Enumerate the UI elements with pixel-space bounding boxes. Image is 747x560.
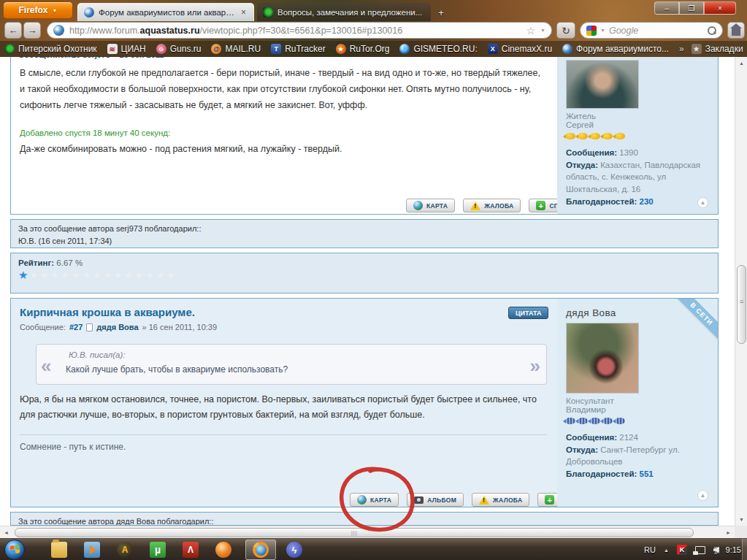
star-empty-icon[interactable]: ★ <box>166 269 176 281</box>
bookmark-guns-ru[interactable]: Guns.ru <box>156 44 202 54</box>
bookmark-cian[interactable]: ЦИАН <box>107 44 146 54</box>
scroll-up-icon[interactable]: ▲ <box>735 57 747 69</box>
back-to-top-icon[interactable]: ▲ <box>697 197 708 208</box>
home-icon <box>732 28 740 36</box>
firefox-taskbar-button-active[interactable] <box>245 540 276 560</box>
rating-box: Рейтинг: 6.67 % ★★★★★★★★★★★★★★★ <box>10 253 719 294</box>
star-empty-icon[interactable]: ★ <box>28 269 39 281</box>
reload-button[interactable]: ↻ <box>556 22 575 39</box>
star-empty-icon[interactable]: ★ <box>39 269 50 281</box>
close-button[interactable]: × <box>704 1 736 15</box>
network-tray-icon[interactable] <box>695 546 705 554</box>
scroll-down-icon[interactable]: ▼ <box>735 513 747 526</box>
thanks-count[interactable]: 551 <box>640 469 654 478</box>
star-empty-icon[interactable]: ★ <box>134 269 145 281</box>
show-hidden-icons[interactable]: ▲ <box>664 548 669 553</box>
media-player-taskbar-icon[interactable] <box>84 542 100 558</box>
explorer-taskbar-icon[interactable] <box>51 542 67 558</box>
rank-fish-icon <box>616 133 625 139</box>
google-icon[interactable] <box>586 26 597 36</box>
star-empty-icon[interactable]: ★ <box>92 269 102 281</box>
back-button[interactable]: ← <box>4 22 22 39</box>
horizontal-scroll-thumb[interactable] <box>15 528 694 537</box>
horizontal-scrollbar[interactable]: ◄ ► <box>0 526 735 538</box>
document-icon[interactable] <box>86 323 93 331</box>
minimize-button[interactable]: – <box>654 1 679 15</box>
album-button[interactable]: АЛЬБОМ <box>407 493 464 507</box>
bookmark-rutracker[interactable]: RuTracker <box>271 44 326 54</box>
address-bar[interactable]: http://www.forum.aquastatus.ru/viewtopic… <box>47 22 552 39</box>
user-realname: Сергей <box>566 120 710 129</box>
start-button[interactable] <box>4 540 25 560</box>
bookmark-gismeteo[interactable]: GISMETEO.RU: <box>399 44 477 54</box>
overflow-chevron-icon[interactable]: » <box>679 44 684 54</box>
scroll-right-icon[interactable]: ► <box>722 526 735 539</box>
search-icon[interactable] <box>708 26 716 35</box>
bookmark-pitersky-ohotnik[interactable]: Питерский Охотник <box>4 44 97 54</box>
tab-questions[interactable]: Вопросы, замечания и предложени... <box>257 3 431 21</box>
forward-button[interactable]: → <box>23 22 41 39</box>
quote-button[interactable]: ЦИТАТА <box>508 307 548 319</box>
author-link[interactable]: дядя Вова <box>96 323 138 331</box>
restore-button[interactable]: ❐ <box>679 1 704 15</box>
aquastatus-favicon-icon <box>84 7 94 18</box>
vertical-scrollbar[interactable]: ▲ ▼ <box>735 57 747 526</box>
tab-forum-aquastatus[interactable]: Форум аквариумистов или аквариу... × <box>77 3 254 21</box>
lightning-app-taskbar-icon[interactable] <box>286 542 302 558</box>
thanks-count[interactable]: 230 <box>640 197 654 206</box>
star-empty-icon[interactable]: ★ <box>113 269 123 281</box>
warning-icon <box>479 496 489 505</box>
system-tray: RU ▲ K )) 9:15 <box>644 539 741 560</box>
user-avatar[interactable] <box>566 60 639 109</box>
bookmark-star-icon[interactable]: ☆ <box>526 25 536 37</box>
star-empty-icon[interactable]: ★ <box>71 269 81 281</box>
language-indicator[interactable]: RU <box>644 545 656 554</box>
vertical-scroll-thumb[interactable] <box>737 265 746 344</box>
report-button[interactable]: ЖАЛОБА <box>472 493 529 507</box>
windows-logo-icon <box>9 545 20 554</box>
star-empty-icon[interactable]: ★ <box>145 269 155 281</box>
aimp-taskbar-icon[interactable] <box>117 542 133 558</box>
bookmark-cinemaxx[interactable]: CinemaxX.ru <box>488 44 552 54</box>
orange-app-taskbar-icon[interactable] <box>215 542 231 558</box>
show-desktop-button[interactable] <box>742 539 747 560</box>
bookmark-forum-aqua[interactable]: Форум аквариумисто... <box>562 44 669 54</box>
bookmarks-menu[interactable]: Закладки <box>692 44 743 54</box>
bird-icon <box>4 44 15 54</box>
bookmark-rutor[interactable]: RuTor.Org <box>336 44 390 54</box>
star-empty-icon[interactable]: ★ <box>82 269 92 281</box>
search-box[interactable]: ▼ Google <box>580 22 723 39</box>
star-empty-icon[interactable]: ★ <box>61 269 71 281</box>
back-to-top-icon[interactable]: ▲ <box>697 490 708 501</box>
star-empty-icon[interactable]: ★ <box>103 269 113 281</box>
user-avatar[interactable] <box>566 323 639 394</box>
chevron-down-icon[interactable]: ▼ <box>600 28 605 33</box>
utorrent-taskbar-icon[interactable] <box>150 542 166 558</box>
firefox-menu-button[interactable]: Firefox ▼ <box>3 1 73 19</box>
volume-tray-icon[interactable]: )) <box>713 546 718 554</box>
clock[interactable]: 9:15 <box>726 545 741 554</box>
rating-label: Рейтинг: <box>18 258 54 267</box>
home-button[interactable] <box>727 22 745 39</box>
star-filled-icon[interactable]: ★ <box>18 269 28 281</box>
report-button[interactable]: ЖАЛОБА <box>463 199 521 212</box>
close-tab-icon[interactable]: × <box>240 7 248 18</box>
thanks-line: За это сообщение автора дядя Вова поблаг… <box>18 515 710 526</box>
star-empty-icon[interactable]: ★ <box>50 269 60 281</box>
post-text: В смысле, если глубокой не предполагаетс… <box>20 66 547 114</box>
message-number-link[interactable]: #27 <box>69 323 83 331</box>
star-empty-icon[interactable]: ★ <box>124 269 134 281</box>
post-title[interactable]: Кирпичная крошка в аквариуме. <box>20 306 195 318</box>
water-drop-icon <box>399 44 410 54</box>
map-button[interactable]: КАРТА <box>406 199 455 212</box>
chevron-down-icon[interactable]: ▼ <box>540 28 545 33</box>
thanks-users[interactable]: Ю.В. (16 сен 2011, 17:34) <box>18 235 710 248</box>
screen: Firefox ▼ Форум аквариумистов или аквари… <box>0 0 747 560</box>
star-empty-icon[interactable]: ★ <box>156 269 166 281</box>
map-button[interactable]: КАРТА <box>350 493 399 507</box>
new-tab-button[interactable]: + <box>434 7 448 19</box>
scroll-left-icon[interactable]: ◄ <box>0 526 12 539</box>
kaspersky-tray-icon[interactable]: K <box>677 545 687 555</box>
bookmark-mail-ru[interactable]: MAIL.RU <box>211 44 261 54</box>
adobe-reader-taskbar-icon[interactable] <box>183 542 199 558</box>
